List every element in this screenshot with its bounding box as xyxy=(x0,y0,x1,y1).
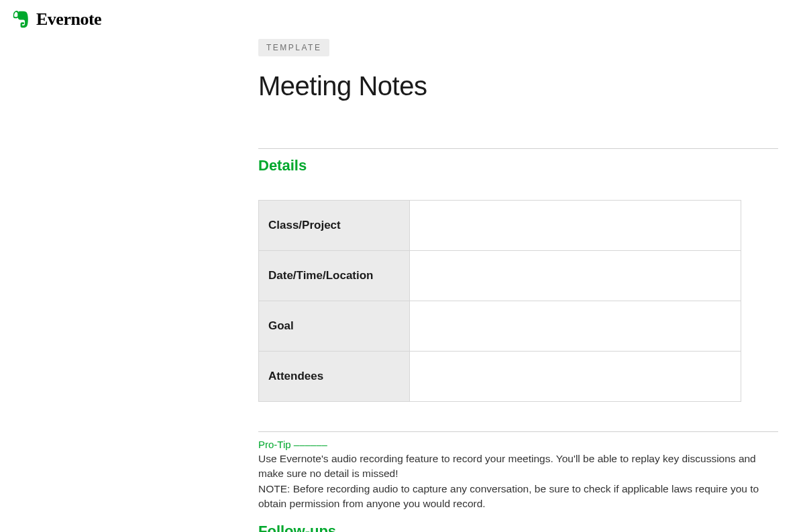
row-value[interactable] xyxy=(410,352,741,402)
row-label: Goal xyxy=(259,301,410,352)
brand-name: Evernote xyxy=(36,9,101,30)
table-row: Goal xyxy=(259,301,741,352)
protip-body: Use Evernote's audio recording feature t… xyxy=(258,451,778,482)
table-row: Attendees xyxy=(259,352,741,402)
divider xyxy=(258,431,778,432)
protip-note: NOTE: Before recording audio to capture … xyxy=(258,482,778,512)
table-row: Date/Time/Location xyxy=(259,251,741,301)
brand-logo[interactable]: Evernote xyxy=(11,9,101,30)
document-content: TEMPLATE Meeting Notes Details Class/Pro… xyxy=(258,0,778,532)
elephant-icon xyxy=(11,9,31,30)
row-value[interactable] xyxy=(410,301,741,352)
row-value[interactable] xyxy=(410,251,741,301)
row-label: Class/Project xyxy=(259,201,410,251)
details-heading: Details xyxy=(258,157,778,174)
row-label: Date/Time/Location xyxy=(259,251,410,301)
row-label: Attendees xyxy=(259,352,410,402)
followups-heading: Follow-ups xyxy=(258,523,778,532)
details-table: Class/Project Date/Time/Location Goal At… xyxy=(258,200,741,402)
divider xyxy=(258,148,778,149)
protip-label: Pro-Tip –––––– xyxy=(258,439,778,450)
row-value[interactable] xyxy=(410,201,741,251)
page-title: Meeting Notes xyxy=(258,71,778,101)
template-badge: TEMPLATE xyxy=(258,39,329,56)
table-row: Class/Project xyxy=(259,201,741,251)
